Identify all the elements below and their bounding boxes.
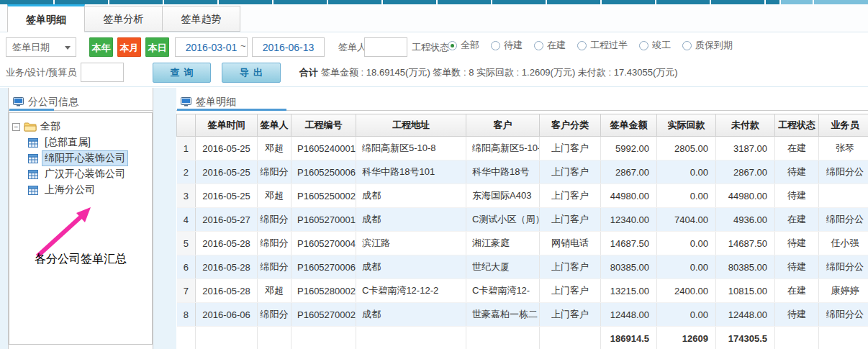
sidebar-item-2[interactable]: 广汉开心装饰公司 [28,166,149,182]
table-cell: 14687.50 [601,232,657,255]
table-cell: 0.00 [657,184,716,208]
tree-root-all[interactable]: − 全部 [12,119,149,135]
radio-icon [448,41,457,50]
totals-cell [258,327,291,349]
sidebar-item-label: 上海分公司 [42,182,98,198]
column-header-0[interactable] [177,114,196,137]
table-cell: 2016-05-28 [196,255,258,279]
table-cell: 上门客户 [540,208,601,232]
table-cell: 科华中路18号101 [356,160,466,184]
radio-option-2[interactable]: 在建 [534,39,566,52]
tab-0[interactable]: 签单明细 [7,4,85,32]
table-cell: 7404.00 [657,208,716,232]
table-row[interactable]: 12016-05-25邓超P1605240001绵阳高新区5-10-8绵阳高新区… [177,137,868,160]
column-header-1[interactable]: 签单时间 [196,114,258,137]
table-row[interactable]: 32016-05-25邓超P1605250002成都东海国际A403上门客户44… [177,184,868,208]
table-cell: 在建 [775,137,819,160]
table-cell: 网销电话 [540,232,601,255]
column-header-8[interactable]: 实际回款 [657,114,716,137]
table-cell: 2016-06-06 [196,303,258,327]
totals-cell [775,327,819,349]
filter-row-1: 签单日期 本年本月本日 ~ 签单人 工程状态 全部待建在建工程过半竣工质保到期 [0,37,868,58]
totals-cell [356,327,466,349]
column-header-11[interactable]: 业务员 [819,114,868,137]
table-totals-row: 186914.512609174305.5 [177,327,868,349]
company-tree: − 全部 [总部直属]绵阳开心装饰公司广汉开心装饰公司上海分公司 [9,112,153,345]
table-cell: 绵阳分 [258,232,291,255]
radio-label: 质保到期 [695,39,733,52]
column-header-10[interactable]: 工程状态 [775,114,819,137]
table-cell: 上门客户 [540,184,601,208]
table-cell: 80385.00 [601,255,657,279]
column-header-5[interactable]: 客户 [466,114,540,137]
radio-icon [491,41,500,50]
quick-button-0[interactable]: 本年 [89,37,113,57]
totals-cell [291,327,356,349]
table-icon [28,186,38,195]
table-row[interactable]: 82016-06-06绵阳分P1605270002成都世豪嘉柏一栋二上门客户12… [177,303,868,327]
table-cell: P1605240001 [291,137,356,160]
column-header-3[interactable]: 工程编号 [291,114,356,137]
column-header-7[interactable]: 签单金额 [601,114,657,137]
tab-1[interactable]: 签单分析 [85,6,163,32]
table-cell: 12340.00 [601,208,657,232]
table-cell: 3 [177,184,196,208]
table-cell: 绵阳分 [258,160,291,184]
table-cell: 5992.00 [601,137,657,160]
date-from-input[interactable] [175,37,248,57]
date-to-input[interactable] [252,37,325,57]
totals-cell: 186914.5 [601,327,657,349]
table-cell: 7 [177,279,196,303]
column-header-4[interactable]: 工程地址 [356,114,466,137]
table-cell: 上门客户 [540,279,601,303]
table-cell: 成都 [356,303,466,327]
sidebar-header: 分公司信息 [9,88,153,111]
sidebar-item-0[interactable]: [总部直属] [28,135,149,150]
radio-option-3[interactable]: 工程过半 [577,39,628,52]
date-field-select[interactable]: 签单日期 [6,37,76,57]
quick-button-1[interactable]: 本月 [117,37,141,57]
table-row[interactable]: 42016-05-27绵阳分P1605270001成都C测试小区（周）上门客户1… [177,208,868,232]
query-button[interactable]: 查询 [153,63,211,83]
totals-cell [819,327,868,349]
date-field-select-label: 签单日期 [12,42,50,53]
column-header-6[interactable]: 客户分类 [540,114,601,137]
table-row[interactable]: 62016-05-28绵阳分P1605270006成都世纪大厦上门客户80385… [177,255,868,279]
filter-row-2: 业务/设计/预算员 查询 导出 合计签单金额 : 18.69145(万元) 签单… [0,63,868,83]
sidebar-item-3[interactable]: 上海分公司 [28,182,149,198]
table-cell: 44980.00 [601,184,657,208]
table-cell: 0.00 [657,303,716,327]
table-cell: 绵阳分公 [819,160,868,184]
tab-2[interactable]: 签单趋势 [163,6,240,32]
totals-cell [540,327,601,349]
table-cell: 滨江路 [356,232,466,255]
column-header-2[interactable]: 签单人 [258,114,291,137]
radio-option-0[interactable]: 全部 [448,39,479,52]
table-row[interactable]: 72016-05-28邓超P1605280002C卡碧南湾12-12-2C卡碧南… [177,279,868,303]
radio-option-4[interactable]: 竣工 [639,39,671,52]
radio-option-5[interactable]: 质保到期 [682,39,733,52]
content-area: 分公司信息 − 全部 [总部直属]绵阳开心装饰公司广汉开心装饰公司上海分公司 各… [0,88,868,349]
table-cell: 成都 [356,208,466,232]
column-header-9[interactable]: 未付款 [716,114,775,137]
table-cell: 44980.00 [716,184,775,208]
table-cell: 东海国际A403 [466,184,540,208]
export-button[interactable]: 导出 [222,63,281,83]
table-row[interactable]: 52016-05-28绵阳分P1605270004滨江路湘江豪庭网销电话1468… [177,232,868,255]
quick-button-2[interactable]: 本日 [145,37,169,57]
radio-option-1[interactable]: 待建 [491,39,523,52]
tree-collapse-icon[interactable]: − [12,123,20,131]
table-row[interactable]: 22016-05-25绵阳分P1605250006科华中路18号101科华中路1… [177,160,868,184]
radio-label: 待建 [504,39,523,52]
main-panel-header: 签单明细 [176,88,868,111]
table-cell: 任小强 [819,232,868,255]
sidebar-item-1[interactable]: 绵阳开心装饰公司 [28,150,149,166]
table-cell: 13215.00 [601,279,657,303]
table-cell: 绵阳高新区5-10-8 [356,137,466,160]
table-cell: 绵阳分 [258,255,291,279]
table-cell: 邓超 [258,137,291,160]
staff-filter-input[interactable] [81,63,124,82]
table-cell: 世纪大厦 [466,255,540,279]
signer-input[interactable] [364,37,407,57]
table-cell: 0.00 [657,160,716,184]
